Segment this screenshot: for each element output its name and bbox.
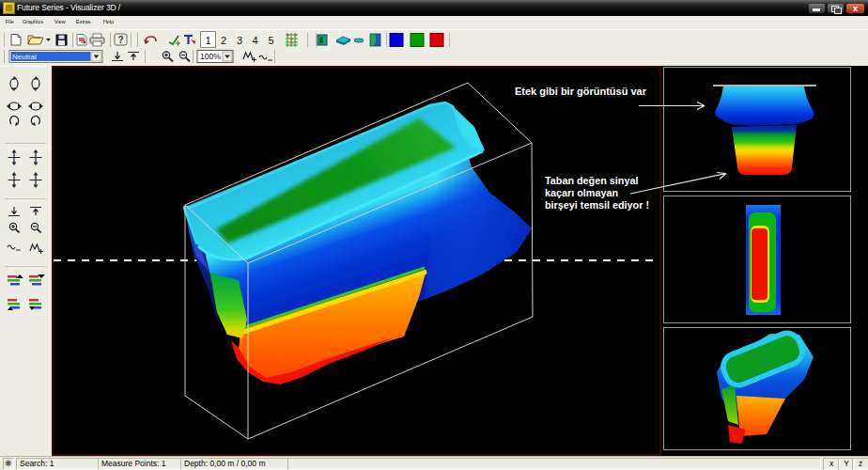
svg-text:1: 1: [205, 35, 210, 46]
svg-text:Neutral: Neutral: [12, 53, 37, 61]
svg-text:2: 2: [221, 35, 226, 46]
svg-text:kaçarı olmayan: kaçarı olmayan: [545, 187, 618, 198]
svg-text:4: 4: [252, 35, 257, 46]
svg-text:3: 3: [237, 35, 242, 46]
svg-text:5: 5: [268, 35, 273, 46]
svg-text:?: ?: [117, 35, 123, 45]
svg-text:100%: 100%: [200, 52, 221, 61]
